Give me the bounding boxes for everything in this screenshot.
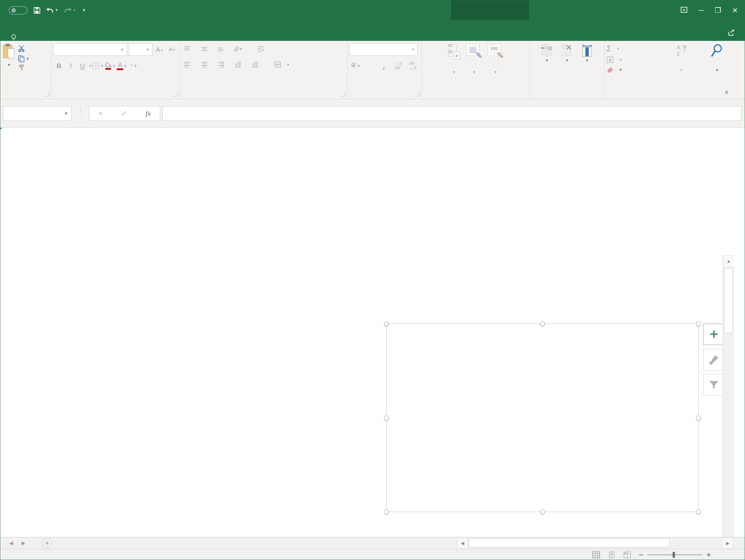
scroll-left-button[interactable]: ◀ bbox=[457, 538, 468, 548]
wrap-text-button[interactable] bbox=[257, 45, 267, 53]
ruby-button[interactable]: ア▼ bbox=[128, 60, 139, 71]
alignment-group: ab▼ ▼ bbox=[180, 41, 348, 99]
close-button[interactable]: × bbox=[732, 6, 738, 15]
chart-filters-button[interactable] bbox=[703, 374, 724, 396]
format-painter-button[interactable] bbox=[18, 64, 30, 73]
customize-qat-button[interactable]: ▼ bbox=[82, 8, 86, 12]
autosum-button[interactable]: Σ▼ bbox=[607, 44, 660, 53]
clear-button[interactable]: ▼ bbox=[607, 66, 660, 73]
fill-button[interactable]: ▼ bbox=[607, 56, 660, 63]
scroll-right-button[interactable]: ▶ bbox=[722, 538, 733, 548]
vertical-scrollbar[interactable]: ▲ ▼ bbox=[723, 255, 734, 537]
zoom-out-button[interactable]: − bbox=[639, 550, 644, 560]
horizontal-scroll-thumb[interactable] bbox=[469, 538, 670, 547]
italic-button[interactable]: I bbox=[65, 60, 76, 71]
chart-handle-n[interactable] bbox=[540, 321, 545, 326]
redo-button[interactable]: ▼ bbox=[64, 7, 76, 14]
chart-handle-w[interactable] bbox=[384, 416, 389, 421]
merge-center-button[interactable]: ▼ bbox=[274, 61, 290, 68]
minimize-button[interactable]: ─ bbox=[699, 7, 704, 14]
align-left-button[interactable] bbox=[182, 59, 193, 70]
accounting-format-button[interactable]: ▼ bbox=[350, 60, 361, 71]
align-center-button[interactable] bbox=[199, 59, 210, 70]
enter-entry-button[interactable]: ✓ bbox=[121, 109, 127, 118]
percent-style-button[interactable] bbox=[364, 60, 375, 71]
copy-button[interactable]: ▼ bbox=[18, 55, 30, 62]
autosave-toggle[interactable] bbox=[6, 6, 28, 14]
conditional-formatting-button[interactable]: ≠ ▼ bbox=[447, 43, 461, 75]
new-sheet-button[interactable]: + bbox=[42, 538, 52, 548]
name-box[interactable]: ▼ bbox=[3, 106, 72, 121]
align-right-button[interactable] bbox=[216, 59, 227, 70]
decrease-decimal-button[interactable]: .00→.0 bbox=[407, 60, 418, 71]
zoom-handle[interactable] bbox=[673, 552, 675, 558]
format-painter-icon bbox=[18, 64, 25, 71]
zoom-slider[interactable]: − + bbox=[639, 550, 711, 560]
chart[interactable] bbox=[386, 324, 699, 512]
decrease-indent-button[interactable] bbox=[232, 59, 244, 70]
paste-button[interactable]: ▼ bbox=[2, 43, 16, 73]
decrease-font-button[interactable]: A▼ bbox=[167, 44, 178, 55]
find-select-button[interactable]: ▼ bbox=[703, 43, 732, 73]
chart-handle-se[interactable] bbox=[696, 509, 701, 514]
delete-cells-button[interactable]: ▼ bbox=[560, 44, 574, 62]
chart-handle-ne[interactable] bbox=[696, 321, 701, 326]
chart-handle-sw[interactable] bbox=[384, 509, 389, 514]
chart-elements-button[interactable]: + bbox=[703, 324, 724, 345]
cut-button[interactable] bbox=[18, 45, 30, 53]
increase-indent-button[interactable] bbox=[250, 59, 260, 70]
format-as-table-button[interactable]: ▼ bbox=[466, 43, 483, 75]
tell-me-box[interactable] bbox=[10, 34, 21, 41]
insert-function-button[interactable]: fx bbox=[145, 109, 151, 118]
ribbon-display-options-button[interactable] bbox=[680, 6, 688, 14]
chart-handle-nw[interactable] bbox=[384, 321, 389, 326]
collapse-ribbon-button[interactable]: ∧ bbox=[724, 89, 729, 96]
undo-button[interactable]: ▼ bbox=[46, 7, 58, 14]
font-dialog-launcher[interactable] bbox=[173, 92, 178, 96]
cancel-entry-button[interactable]: × bbox=[98, 109, 102, 118]
chart-handle-e[interactable] bbox=[696, 416, 701, 421]
chart-styles-button[interactable] bbox=[703, 349, 724, 370]
fill-color-button[interactable]: ▼ bbox=[104, 60, 116, 71]
orientation-button[interactable]: ab▼ bbox=[232, 43, 244, 55]
save-button[interactable] bbox=[33, 7, 40, 14]
font-name-combo[interactable]: ▼ bbox=[54, 43, 127, 56]
sheet-nav-right[interactable]: ▶ bbox=[22, 540, 26, 546]
align-top-button[interactable] bbox=[182, 43, 193, 55]
font-color-button[interactable]: A ▼ bbox=[117, 60, 127, 71]
vertical-scroll-thumb[interactable] bbox=[724, 268, 733, 333]
maximize-button[interactable]: ❒ bbox=[715, 7, 721, 14]
font-size-combo[interactable]: ▼ bbox=[129, 43, 153, 56]
ribbon-display-icon bbox=[680, 6, 688, 13]
clipboard-dialog-launcher[interactable] bbox=[45, 92, 49, 96]
normal-view-button[interactable] bbox=[592, 551, 601, 559]
comma-style-button[interactable]: , bbox=[378, 60, 389, 71]
increase-font-button[interactable]: A▲ bbox=[154, 44, 165, 55]
cell-styles-button[interactable]: ▼ bbox=[487, 43, 504, 75]
scissors-icon bbox=[18, 45, 25, 52]
horizontal-scrollbar[interactable]: ◀ ▶ bbox=[457, 538, 733, 548]
zoom-in-button[interactable]: + bbox=[706, 550, 711, 559]
zoom-track[interactable] bbox=[647, 555, 703, 555]
borders-button[interactable]: ▼ bbox=[93, 60, 104, 71]
align-middle-button[interactable] bbox=[199, 43, 210, 55]
scroll-up-button[interactable]: ▲ bbox=[723, 255, 734, 267]
page-layout-view-button[interactable] bbox=[608, 551, 616, 559]
align-bottom-button[interactable] bbox=[216, 43, 227, 55]
sort-filter-button[interactable]: AZ ▼ bbox=[664, 43, 698, 73]
share-button[interactable] bbox=[728, 29, 738, 36]
alignment-dialog-launcher[interactable] bbox=[341, 92, 346, 96]
format-cells-button[interactable]: ▼ bbox=[581, 44, 593, 62]
sheet-nav-left[interactable]: ◀ bbox=[9, 540, 13, 546]
formula-input[interactable] bbox=[162, 106, 741, 121]
page-break-view-button[interactable] bbox=[623, 551, 631, 559]
number-format-combo[interactable]: ▼ bbox=[350, 43, 418, 56]
insert-cells-button[interactable]: ▼ bbox=[540, 44, 553, 62]
number-dialog-launcher[interactable] bbox=[415, 92, 419, 96]
namebox-splitter[interactable]: ⋮ bbox=[77, 109, 80, 112]
chart-handle-s[interactable] bbox=[540, 509, 545, 514]
bold-button[interactable]: B bbox=[54, 60, 65, 71]
worksheet[interactable]: + ▲ ▼ bbox=[0, 128, 734, 537]
increase-decimal-button[interactable]: ←.0.00 bbox=[392, 60, 403, 71]
underline-button[interactable]: U bbox=[77, 60, 88, 71]
